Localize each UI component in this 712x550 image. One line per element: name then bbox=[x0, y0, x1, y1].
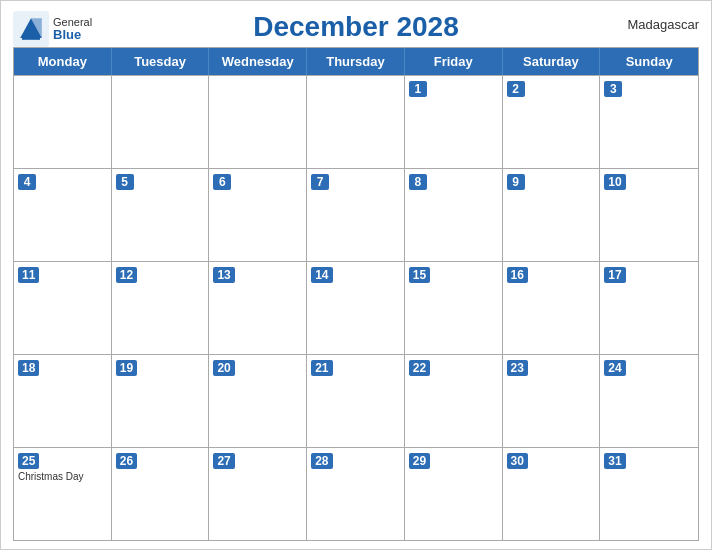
brand-blue-text: Blue bbox=[53, 28, 92, 42]
day-number: 14 bbox=[311, 267, 332, 283]
calendar-grid: MondayTuesdayWednesdayThursdayFridaySatu… bbox=[13, 47, 699, 541]
day-cell: 14 bbox=[307, 262, 405, 354]
day-number: 24 bbox=[604, 360, 625, 376]
day-cell bbox=[209, 76, 307, 168]
day-number: 9 bbox=[507, 174, 525, 190]
day-number: 18 bbox=[18, 360, 39, 376]
day-cell: 19 bbox=[112, 355, 210, 447]
day-cell: 12 bbox=[112, 262, 210, 354]
day-cell bbox=[112, 76, 210, 168]
day-headers-row: MondayTuesdayWednesdayThursdayFridaySatu… bbox=[14, 48, 698, 75]
day-number: 16 bbox=[507, 267, 528, 283]
day-number: 29 bbox=[409, 453, 430, 469]
week-row-4: 18192021222324 bbox=[14, 354, 698, 447]
day-cell: 29 bbox=[405, 448, 503, 540]
day-header-wednesday: Wednesday bbox=[209, 48, 307, 75]
day-number: 5 bbox=[116, 174, 134, 190]
day-header-tuesday: Tuesday bbox=[112, 48, 210, 75]
country-label: Madagascar bbox=[627, 17, 699, 32]
day-number: 27 bbox=[213, 453, 234, 469]
day-number: 10 bbox=[604, 174, 625, 190]
calendar-wrapper: General Blue December 2028 Madagascar Mo… bbox=[0, 0, 712, 550]
day-cell: 22 bbox=[405, 355, 503, 447]
day-cell: 13 bbox=[209, 262, 307, 354]
day-cell: 4 bbox=[14, 169, 112, 261]
day-number: 7 bbox=[311, 174, 329, 190]
day-cell: 3 bbox=[600, 76, 698, 168]
day-number: 22 bbox=[409, 360, 430, 376]
week-row-3: 11121314151617 bbox=[14, 261, 698, 354]
week-row-2: 45678910 bbox=[14, 168, 698, 261]
day-cell: 24 bbox=[600, 355, 698, 447]
day-number: 21 bbox=[311, 360, 332, 376]
day-number: 25 bbox=[18, 453, 39, 469]
week-row-5: 25Christmas Day262728293031 bbox=[14, 447, 698, 540]
day-cell: 31 bbox=[600, 448, 698, 540]
day-cell: 23 bbox=[503, 355, 601, 447]
day-cell: 21 bbox=[307, 355, 405, 447]
day-header-thursday: Thursday bbox=[307, 48, 405, 75]
day-cell: 1 bbox=[405, 76, 503, 168]
day-cell bbox=[307, 76, 405, 168]
day-cell: 30 bbox=[503, 448, 601, 540]
day-cell: 2 bbox=[503, 76, 601, 168]
day-cell: 11 bbox=[14, 262, 112, 354]
day-number: 13 bbox=[213, 267, 234, 283]
day-number: 31 bbox=[604, 453, 625, 469]
day-number: 2 bbox=[507, 81, 525, 97]
day-number: 20 bbox=[213, 360, 234, 376]
day-number: 4 bbox=[18, 174, 36, 190]
day-number: 15 bbox=[409, 267, 430, 283]
day-header-friday: Friday bbox=[405, 48, 503, 75]
day-number: 1 bbox=[409, 81, 427, 97]
day-cell bbox=[14, 76, 112, 168]
day-cell: 28 bbox=[307, 448, 405, 540]
day-cell: 27 bbox=[209, 448, 307, 540]
day-cell: 9 bbox=[503, 169, 601, 261]
brand-text: General Blue bbox=[53, 16, 92, 42]
day-cell: 5 bbox=[112, 169, 210, 261]
day-cell: 17 bbox=[600, 262, 698, 354]
day-number: 3 bbox=[604, 81, 622, 97]
day-number: 23 bbox=[507, 360, 528, 376]
day-number: 26 bbox=[116, 453, 137, 469]
day-cell: 8 bbox=[405, 169, 503, 261]
day-event: Christmas Day bbox=[18, 471, 107, 482]
day-number: 30 bbox=[507, 453, 528, 469]
brand-icon bbox=[13, 11, 49, 47]
day-cell: 25Christmas Day bbox=[14, 448, 112, 540]
brand-logo-area: General Blue bbox=[13, 11, 92, 47]
day-header-sunday: Sunday bbox=[600, 48, 698, 75]
day-cell: 26 bbox=[112, 448, 210, 540]
day-number: 8 bbox=[409, 174, 427, 190]
svg-rect-3 bbox=[22, 36, 40, 40]
day-cell: 15 bbox=[405, 262, 503, 354]
day-cell: 10 bbox=[600, 169, 698, 261]
day-cell: 7 bbox=[307, 169, 405, 261]
day-cell: 16 bbox=[503, 262, 601, 354]
day-number: 11 bbox=[18, 267, 39, 283]
day-header-monday: Monday bbox=[14, 48, 112, 75]
day-number: 17 bbox=[604, 267, 625, 283]
day-number: 19 bbox=[116, 360, 137, 376]
calendar-header: General Blue December 2028 Madagascar bbox=[13, 11, 699, 43]
day-cell: 6 bbox=[209, 169, 307, 261]
day-number: 12 bbox=[116, 267, 137, 283]
weeks-container: 1234567891011121314151617181920212223242… bbox=[14, 75, 698, 540]
day-cell: 20 bbox=[209, 355, 307, 447]
day-header-saturday: Saturday bbox=[503, 48, 601, 75]
day-number: 6 bbox=[213, 174, 231, 190]
calendar-title: December 2028 bbox=[253, 11, 458, 43]
week-row-1: 123 bbox=[14, 75, 698, 168]
day-number: 28 bbox=[311, 453, 332, 469]
day-cell: 18 bbox=[14, 355, 112, 447]
